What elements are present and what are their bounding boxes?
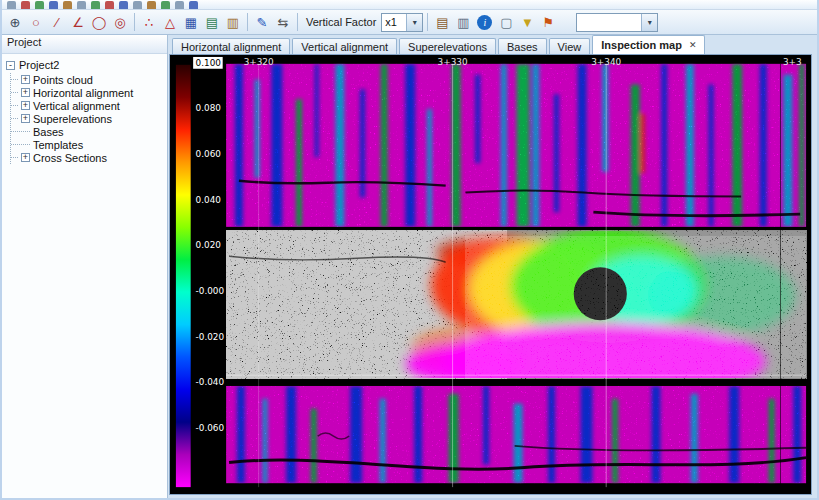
cropped-toolbar-icon[interactable] — [7, 1, 16, 10]
tree-item-label: Bases — [33, 126, 64, 138]
cropped-toolbar-icon[interactable] — [91, 1, 100, 10]
colorbar-label: 0.100 — [196, 58, 222, 68]
app-window: ⊕○∕∠◯◎∴△▦▤▥✎⇆Vertical Factorx1▾▤▥i▢▼⚑▾ P… — [0, 0, 819, 500]
cropped-toolbar-icon[interactable] — [21, 1, 30, 10]
tab-bases[interactable]: Bases — [498, 38, 547, 54]
vertical-factor-select[interactable]: x1▾ — [381, 13, 423, 32]
notes-icon[interactable]: ▢ — [496, 12, 516, 32]
expand-icon[interactable]: + — [21, 88, 30, 97]
table-icon[interactable]: ▥ — [223, 12, 243, 32]
top-toolbar — [2, 0, 817, 10]
map-bottom-band — [226, 386, 806, 483]
angle-tool-icon[interactable]: ∠ — [68, 12, 88, 32]
triangulation-icon[interactable]: △ — [160, 12, 180, 32]
map-top-band — [226, 64, 806, 227]
cropped-toolbar-icon[interactable] — [147, 1, 156, 10]
expand-icon[interactable]: + — [21, 101, 30, 110]
tree-item-horizontal-alignment[interactable]: +Horizontal alignment — [11, 86, 165, 99]
dropdown-arrow-icon: ▾ — [641, 14, 657, 31]
colorbar-label: -0.040 — [196, 377, 225, 387]
layer-combo[interactable]: ▾ — [576, 13, 658, 32]
cropped-toolbar-icon[interactable] — [133, 1, 142, 10]
snap-target-icon[interactable]: ⊕ — [5, 12, 25, 32]
tree-item-label: Templates — [33, 139, 83, 151]
info-icon[interactable]: i — [477, 15, 492, 30]
station-label: 3+330 — [438, 57, 468, 67]
tree-connector — [11, 131, 30, 132]
tab-horizontal-alignment[interactable]: Horizontal alignment — [172, 38, 290, 54]
grid-view-icon[interactable]: ▦ — [181, 12, 201, 32]
tree-connector — [11, 105, 18, 106]
station-label: 3+3 — [783, 57, 802, 67]
inspection-map-viewport[interactable]: 0.1000.0800.0600.0400.020-0.000-0.020-0.… — [169, 54, 812, 495]
vertical-factor-label: Vertical Factor — [306, 16, 376, 28]
cropped-toolbar-icon[interactable] — [161, 1, 170, 10]
cropped-toolbar-icon[interactable] — [63, 1, 72, 10]
expand-icon[interactable]: + — [21, 75, 30, 84]
tab-view[interactable]: View — [549, 38, 591, 54]
main-pane: Horizontal alignmentVertical alignmentSu… — [168, 35, 817, 498]
vertical-factor-select-value: x1 — [382, 16, 406, 28]
tree-item-superelevations[interactable]: +Superelevations — [11, 112, 165, 125]
cropped-toolbar-icon[interactable] — [175, 1, 184, 10]
tab-vertical-alignment[interactable]: Vertical alignment — [292, 38, 397, 54]
tree-connector — [11, 79, 18, 80]
ellipse-tool-icon[interactable]: ◯ — [89, 12, 109, 32]
tab-label: View — [558, 41, 582, 53]
tree-item-cross-sections[interactable]: +Cross Sections — [11, 151, 165, 164]
collapse-icon[interactable]: - — [6, 61, 15, 70]
report-icon[interactable]: ▤ — [432, 12, 452, 32]
mirror-icon[interactable]: ⇆ — [273, 12, 293, 32]
expand-icon[interactable]: + — [21, 153, 30, 162]
circle-tool-icon[interactable]: ○ — [26, 12, 46, 32]
colorbar-label: -0.000 — [196, 286, 225, 296]
cropped-toolbar-icon[interactable] — [35, 1, 44, 10]
tab-superelevations[interactable]: Superelevations — [399, 38, 496, 54]
colorbar-label: -0.060 — [196, 423, 225, 433]
inspection-map-canvas[interactable]: 0.1000.0800.0600.0400.020-0.000-0.020-0.… — [170, 55, 811, 494]
tree-item-points-cloud[interactable]: +Points cloud — [11, 73, 165, 86]
flag-icon[interactable]: ⚑ — [538, 12, 558, 32]
colorbar-label: -0.020 — [196, 332, 225, 342]
cropped-toolbar-icon[interactable] — [77, 1, 86, 10]
project-panel: Project - Project2 +Points cloud+Horizon… — [2, 35, 168, 498]
expand-icon[interactable]: + — [21, 114, 30, 123]
tree-item-bases[interactable]: Bases — [11, 125, 165, 138]
close-tab-icon[interactable]: ✕ — [689, 40, 697, 50]
toolbar-separator — [427, 13, 428, 31]
cropped-toolbar-icon[interactable] — [189, 1, 198, 10]
cropped-toolbar-icon[interactable] — [49, 1, 58, 10]
tab-bar: Horizontal alignmentVertical alignmentSu… — [168, 35, 817, 54]
tree-item-label: Horizontal alignment — [33, 87, 133, 99]
cropped-toolbar-icon[interactable] — [105, 1, 114, 10]
tree-connector — [11, 118, 18, 119]
line-tool-icon[interactable]: ∕ — [47, 12, 67, 32]
center-circle-tool-icon[interactable]: ◎ — [110, 12, 130, 32]
content-area: Project - Project2 +Points cloud+Horizon… — [2, 35, 817, 498]
points-cloud-icon[interactable]: ∴ — [139, 12, 159, 32]
filter-icon[interactable]: ▼ — [517, 12, 537, 32]
layers-icon[interactable]: ▤ — [202, 12, 222, 32]
toolbar-separator — [247, 13, 248, 31]
tree-item-label: Superelevations — [33, 113, 112, 125]
draw-section-icon[interactable]: ✎ — [252, 12, 272, 32]
project-panel-title: Project — [2, 35, 167, 54]
colorbar-label: 0.060 — [196, 149, 222, 159]
toolbar-separator — [297, 13, 298, 31]
station-label: 3+320 — [244, 57, 274, 67]
tree-item-label: Points cloud — [33, 74, 93, 86]
tree-connector — [11, 92, 18, 93]
tree-item-templates[interactable]: Templates — [11, 138, 165, 151]
print-icon[interactable]: ▥ — [453, 12, 473, 32]
tab-inspection-map[interactable]: Inspection map✕ — [592, 35, 705, 54]
dropdown-arrow-icon: ▾ — [406, 14, 422, 31]
tree-root-project2[interactable]: - Project2 — [6, 58, 165, 72]
tree-connector — [11, 144, 30, 145]
tab-label: Superelevations — [408, 41, 487, 53]
tree-item-label: Cross Sections — [33, 152, 107, 164]
cropped-toolbar-icon[interactable] — [119, 1, 128, 10]
tree-item-vertical-alignment[interactable]: +Vertical alignment — [11, 99, 165, 112]
tab-label: Vertical alignment — [301, 41, 388, 53]
toolbar-separator — [134, 13, 135, 31]
colorbar — [176, 65, 191, 487]
